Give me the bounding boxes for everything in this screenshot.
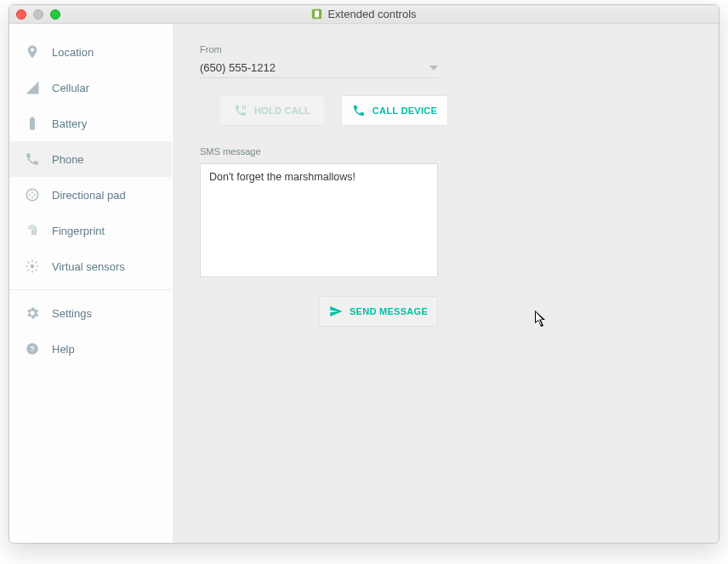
sidebar-item-phone[interactable]: Phone xyxy=(9,141,172,177)
sidebar-item-label: Cellular xyxy=(52,82,89,94)
sms-message-textarea[interactable] xyxy=(200,163,438,277)
sidebar-item-battery[interactable]: Battery xyxy=(9,105,172,141)
sidebar: Location Cellular Battery Phone xyxy=(9,24,173,543)
send-row: SEND MESSAGE xyxy=(200,296,438,327)
app-icon xyxy=(311,9,322,20)
sidebar-item-label: Battery xyxy=(52,117,87,130)
sms-label: SMS message xyxy=(200,146,691,157)
sidebar-item-directional-pad[interactable]: Directional pad xyxy=(9,177,172,213)
sidebar-item-virtual-sensors[interactable]: Virtual sensors xyxy=(9,248,172,284)
call-device-label: CALL DEVICE xyxy=(373,105,437,116)
hold-call-label: HOLD CALL xyxy=(254,105,310,116)
phone-icon xyxy=(25,151,40,167)
from-number-input[interactable] xyxy=(200,61,429,74)
mouse-cursor-icon xyxy=(535,310,549,328)
send-icon xyxy=(329,305,343,318)
sidebar-item-help[interactable]: ? Help xyxy=(9,331,172,367)
window-body: Location Cellular Battery Phone xyxy=(9,24,719,543)
sensors-icon xyxy=(25,259,40,274)
svg-rect-1 xyxy=(316,10,320,17)
window-titlebar: Extended controls xyxy=(9,5,719,24)
send-message-button[interactable]: SEND MESSAGE xyxy=(319,296,438,327)
sidebar-item-location[interactable]: Location xyxy=(9,34,172,70)
phone-panel: From HOLD CALL CALL DEV xyxy=(173,24,719,543)
sidebar-item-cellular[interactable]: Cellular xyxy=(9,70,172,105)
svg-text:?: ? xyxy=(30,345,35,353)
svg-point-2 xyxy=(26,189,38,201)
help-icon: ? xyxy=(25,341,40,356)
sidebar-item-label: Virtual sensors xyxy=(52,260,125,273)
phone-call-icon xyxy=(352,104,366,117)
send-message-label: SEND MESSAGE xyxy=(350,306,428,316)
sidebar-divider xyxy=(9,289,172,290)
location-pin-icon xyxy=(25,44,40,60)
dropdown-caret-icon[interactable] xyxy=(429,63,438,72)
window-title: Extended controls xyxy=(9,8,719,20)
dpad-icon xyxy=(25,187,40,202)
sidebar-item-label: Fingerprint xyxy=(52,225,105,237)
from-combobox[interactable] xyxy=(200,61,438,78)
fingerprint-icon xyxy=(25,223,40,238)
phone-paused-icon xyxy=(234,104,247,117)
window-title-text: Extended controls xyxy=(327,8,416,20)
sidebar-item-fingerprint[interactable]: Fingerprint xyxy=(9,213,172,248)
sidebar-item-label: Help xyxy=(52,343,75,356)
svg-point-3 xyxy=(31,265,35,269)
hold-call-button[interactable]: HOLD CALL xyxy=(219,95,326,126)
call-device-button[interactable]: CALL DEVICE xyxy=(341,95,448,126)
sidebar-item-label: Settings xyxy=(52,307,92,320)
call-buttons-row: HOLD CALL CALL DEVICE xyxy=(219,95,691,126)
sidebar-item-label: Location xyxy=(52,46,94,59)
from-label: From xyxy=(200,44,691,54)
svg-rect-7 xyxy=(245,105,246,110)
svg-rect-6 xyxy=(242,105,243,110)
signal-cellular-icon xyxy=(25,80,40,95)
extended-controls-window: Extended controls Location Cellular xyxy=(9,4,719,544)
battery-icon xyxy=(25,116,40,131)
sidebar-item-label: Directional pad xyxy=(52,189,126,202)
sidebar-item-label: Phone xyxy=(52,153,84,166)
sidebar-item-settings[interactable]: Settings xyxy=(9,295,172,331)
gear-icon xyxy=(25,305,40,321)
